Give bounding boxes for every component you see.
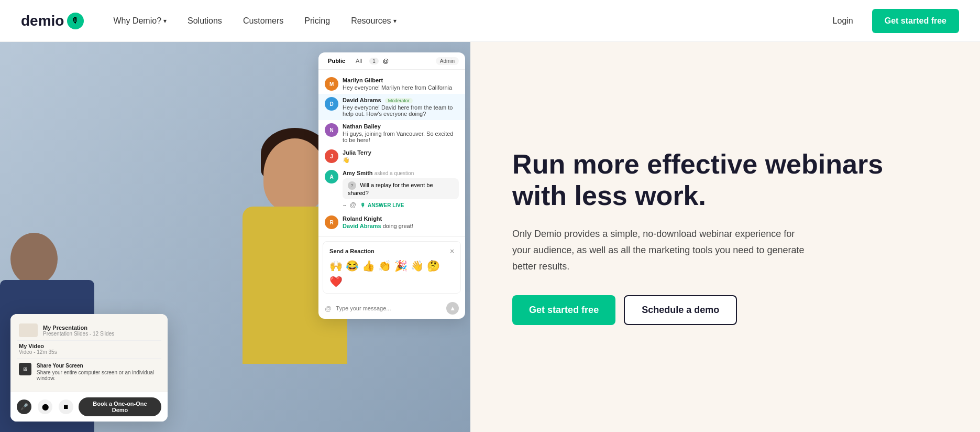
- avatar-roland: R: [325, 215, 338, 229]
- second-person-head: [10, 233, 58, 285]
- video-info: My Video Video - 12m 35s: [19, 343, 57, 355]
- microphone-icon[interactable]: 🎤: [17, 399, 31, 414]
- chat-message-amy: A Amy Smith asked a question ? Will a re…: [318, 167, 465, 212]
- avatar-nathan: N: [325, 123, 338, 137]
- msg-content-nathan: Nathan Bailey Hi guys, joining from Vanc…: [343, 123, 459, 143]
- tab-public[interactable]: Public: [325, 57, 348, 65]
- mockup-slide-area: My Presentation Presentation Slides - 12…: [10, 314, 168, 392]
- reaction-title: Send a Reaction: [329, 248, 375, 254]
- emoji-3[interactable]: 👍: [362, 260, 375, 272]
- monitor-icon: 🖥: [19, 363, 31, 375]
- hero-visual: My Presentation Presentation Slides - 12…: [0, 42, 470, 432]
- admin-badge: Admin: [436, 57, 459, 65]
- slide-thumbnail: [19, 323, 38, 337]
- chevron-down-icon: ▾: [163, 17, 167, 25]
- emoji-6[interactable]: 👋: [411, 260, 424, 272]
- chat-message-roland: R Roland Knight David Abrams doing great…: [318, 212, 465, 232]
- nav-right: Login Get started free: [824, 9, 959, 33]
- msg-content-david: David Abrams Moderator Hey everyone! Dav…: [343, 97, 459, 117]
- chat-message-marilyn: M Marilyn Gilbert Hey everyone! Marilyn …: [318, 74, 465, 94]
- msg-content-roland: Roland Knight David Abrams doing great!: [343, 215, 413, 229]
- navbar: demio 🎙 Why Demio? ▾ Solutions Customers…: [0, 0, 980, 42]
- schedule-demo-button[interactable]: Schedule a demo: [624, 295, 737, 325]
- chat-message-david: D David Abrams Moderator Hey everyone! D…: [318, 94, 465, 120]
- mockup-bottom-bar: 🎤 ⬤ ⏹ Book a One-on-One Demo: [10, 392, 168, 422]
- chat-header: Public All 1 @ Admin: [318, 52, 465, 70]
- share-icon[interactable]: ⏹: [59, 399, 73, 414]
- nav-links: Why Demio? ▾ Solutions Customers Pricing…: [105, 12, 824, 30]
- share-screen-item[interactable]: 🖥 Share Your Screen Share your entire co…: [17, 358, 161, 385]
- msg-content-marilyn: Marilyn Gilbert Hey everyone! Marilyn he…: [343, 77, 452, 91]
- get-started-hero-button[interactable]: Get started free: [512, 295, 615, 325]
- emoji-4[interactable]: 👏: [378, 260, 391, 272]
- avatar-marilyn: M: [325, 77, 338, 91]
- chat-message-input[interactable]: [336, 305, 442, 311]
- mic-small-icon: 🎙: [360, 202, 366, 208]
- answer-actions: ··· @ 🎙 ANSWER LIVE: [343, 200, 459, 209]
- emoji-5[interactable]: 🎉: [394, 260, 408, 272]
- question-icon: ?: [348, 181, 356, 190]
- at-reply-icon: @: [350, 201, 356, 209]
- slide-item-presentation[interactable]: My Presentation Presentation Slides - 12…: [17, 320, 161, 340]
- chevron-down-icon-2: ▾: [393, 17, 397, 25]
- slide-info: My Presentation Presentation Slides - 12…: [43, 325, 114, 337]
- close-reaction-button[interactable]: ×: [450, 247, 454, 255]
- hero-title: Run more effective webinars with less wo…: [512, 149, 938, 212]
- hero-description: Only Demio provides a simple, no-downloa…: [512, 226, 806, 274]
- book-demo-button[interactable]: Book a One-on-One Demo: [79, 397, 161, 416]
- webinar-mockup: My Presentation Presentation Slides - 12…: [10, 314, 168, 422]
- camera-icon[interactable]: ⬤: [38, 399, 52, 414]
- question-bubble: ? Will a replay for the event be shared?: [343, 178, 459, 199]
- emoji-1[interactable]: 🙌: [329, 260, 343, 272]
- at-icon: @: [383, 58, 389, 64]
- avatar-amy: A: [325, 170, 338, 183]
- nav-item-why-demio[interactable]: Why Demio? ▾: [105, 12, 175, 30]
- reaction-popup: Send a Reaction × 🙌 😂 👍 👏 🎉 👋 🤔 ❤️: [323, 241, 461, 294]
- answer-live-button[interactable]: 🎙 ANSWER LIVE: [360, 200, 404, 209]
- hero-section: My Presentation Presentation Slides - 12…: [0, 42, 980, 432]
- avatar-david: D: [325, 97, 338, 111]
- nav-item-solutions[interactable]: Solutions: [179, 12, 230, 30]
- person-head: [263, 138, 326, 212]
- reaction-title-row: Send a Reaction ×: [329, 247, 454, 255]
- hero-buttons: Get started free Schedule a demo: [512, 295, 938, 325]
- logo-icon: 🎙: [67, 13, 84, 29]
- get-started-nav-button[interactable]: Get started free: [872, 9, 959, 33]
- msg-content-amy: Amy Smith asked a question ? Will a repl…: [343, 170, 459, 209]
- emoji-8[interactable]: ❤️: [329, 275, 343, 288]
- ellipsis-icon: ···: [343, 201, 346, 209]
- chat-badge: 1: [369, 58, 379, 64]
- chat-message-nathan: N Nathan Bailey Hi guys, joining from Va…: [318, 120, 465, 146]
- avatar-julia: J: [325, 149, 338, 163]
- emoji-2[interactable]: 😂: [346, 260, 359, 272]
- chat-input-row: @ ▲: [318, 298, 465, 319]
- login-button[interactable]: Login: [824, 12, 862, 30]
- chat-panel: Public All 1 @ Admin M Marilyn Gilbert H…: [318, 52, 465, 319]
- msg-content-julia: Julia Terry 👋: [343, 149, 371, 164]
- send-button[interactable]: ▲: [446, 302, 459, 315]
- nav-item-pricing[interactable]: Pricing: [296, 12, 338, 30]
- chat-footer: Send a Reaction × 🙌 😂 👍 👏 🎉 👋 🤔 ❤️: [318, 236, 465, 319]
- chat-message-julia: J Julia Terry 👋: [318, 146, 465, 167]
- hero-copy: Run more effective webinars with less wo…: [470, 42, 980, 432]
- chat-messages: M Marilyn Gilbert Hey everyone! Marilyn …: [318, 70, 465, 236]
- at-input-icon: @: [325, 305, 332, 312]
- nav-item-customers[interactable]: Customers: [235, 12, 292, 30]
- tab-all[interactable]: All: [353, 57, 365, 65]
- slide-item-video[interactable]: My Video Video - 12m 35s: [17, 340, 161, 358]
- nav-item-resources[interactable]: Resources ▾: [343, 12, 404, 30]
- bottom-icons: 🎤 ⬤ ⏹: [17, 399, 73, 414]
- logo[interactable]: demio 🎙: [21, 13, 84, 29]
- logo-text: demio: [21, 13, 64, 29]
- emoji-7[interactable]: 🤔: [427, 260, 440, 272]
- share-text: Share Your Screen Share your entire comp…: [37, 363, 159, 381]
- reaction-emojis: 🙌 😂 👍 👏 🎉 👋 🤔 ❤️: [329, 260, 454, 288]
